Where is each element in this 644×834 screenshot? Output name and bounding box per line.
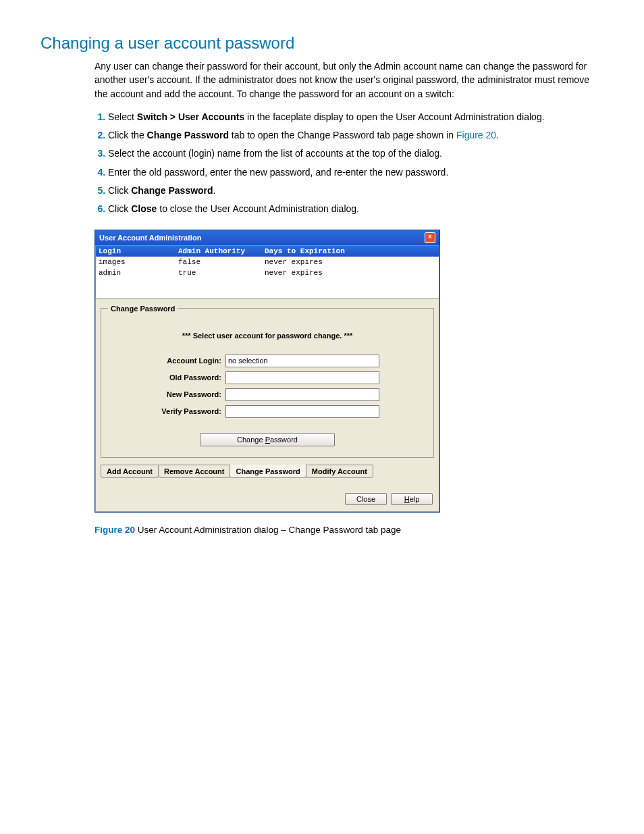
- figure-link[interactable]: Figure 20: [456, 130, 496, 140]
- step-text: in the faceplate display to open the Use…: [244, 111, 544, 122]
- dialog-titlebar: User Account Administration ×: [95, 230, 439, 245]
- dialog-footer: Close Help: [95, 484, 439, 512]
- table-row[interactable]: admin true never expires: [96, 267, 439, 278]
- tab-modify-account[interactable]: Modify Account: [306, 465, 373, 478]
- step-6: Click Close to close the User Account Ad…: [108, 202, 603, 215]
- tab-remove-account[interactable]: Remove Account: [158, 465, 230, 478]
- cell-exp: never expires: [262, 257, 375, 267]
- step-2: Click the Change Password tab to open th…: [108, 128, 603, 142]
- panel-hint: *** Select user account for password cha…: [108, 332, 427, 340]
- btn-text: elp: [410, 495, 420, 503]
- btn-text: Change: [237, 436, 265, 444]
- btn-text: assword: [270, 436, 298, 444]
- table-header: Login Admin Authority Days to Expiration: [96, 246, 439, 257]
- step-3: Select the account (login) name from the…: [108, 147, 603, 160]
- step-text: tab to open the Change Password tab page…: [229, 130, 456, 140]
- col-days-expiration: Days to Expiration: [262, 246, 375, 257]
- table-row[interactable]: images false never expires: [96, 257, 439, 267]
- step-text: .: [496, 130, 499, 140]
- step-bold: Switch > User Accounts: [137, 111, 244, 122]
- dialog-title: User Account Administration: [99, 234, 201, 242]
- account-login-field[interactable]: no selection: [225, 355, 379, 367]
- step-text: .: [213, 185, 216, 196]
- col-admin-authority: Admin Authority: [176, 246, 262, 257]
- help-button[interactable]: Help: [391, 493, 433, 505]
- cell-login: images: [96, 257, 176, 267]
- close-icon[interactable]: ×: [425, 232, 435, 243]
- verify-password-label: Verify Password:: [149, 407, 225, 415]
- cell-auth: true: [176, 267, 262, 278]
- verify-password-field[interactable]: [225, 405, 379, 418]
- step-5: Click Change Password.: [108, 184, 603, 197]
- user-account-admin-dialog: User Account Administration × Login Admi…: [95, 230, 440, 513]
- step-1: Select Switch > User Accounts in the fac…: [108, 110, 603, 124]
- figure-caption-text: User Account Administration dialog – Cha…: [135, 525, 401, 535]
- accounts-table[interactable]: Login Admin Authority Days to Expiration…: [95, 245, 439, 299]
- change-password-panel: Change Password *** Select user account …: [101, 305, 434, 458]
- tab-change-password[interactable]: Change Password: [230, 465, 306, 478]
- step-bold: Change Password: [131, 185, 213, 196]
- new-password-field[interactable]: [225, 388, 379, 401]
- steps-list: Select Switch > User Accounts in the fac…: [95, 110, 603, 216]
- intro-paragraph: Any user can change their password for t…: [95, 59, 603, 101]
- cell-login: admin: [96, 267, 176, 278]
- step-text: Click: [108, 185, 131, 196]
- section-heading: Changing a user account password: [41, 34, 603, 53]
- tabs-row: Add Account Remove Account Change Passwo…: [101, 465, 434, 478]
- step-text: Click the: [108, 130, 147, 140]
- new-password-label: New Password:: [149, 390, 225, 398]
- old-password-field[interactable]: [225, 371, 379, 384]
- figure-number: Figure 20: [95, 525, 135, 535]
- cell-auth: false: [176, 257, 262, 267]
- figure-caption: Figure 20 User Account Administration di…: [95, 525, 603, 535]
- panel-legend: Change Password: [108, 305, 178, 313]
- close-button[interactable]: Close: [345, 493, 387, 505]
- btn-mnemonic: H: [404, 495, 410, 503]
- step-4: Enter the old password, enter the new pa…: [108, 165, 603, 179]
- btn-mnemonic: P: [265, 436, 270, 444]
- account-login-label: Account Login:: [149, 357, 225, 365]
- step-bold: Close: [131, 203, 157, 214]
- cell-exp: never expires: [262, 267, 375, 278]
- tab-add-account[interactable]: Add Account: [101, 465, 159, 478]
- old-password-label: Old Password:: [149, 373, 225, 382]
- col-login: Login: [96, 246, 176, 257]
- change-password-button[interactable]: Change Password: [200, 433, 335, 446]
- step-text: Select: [108, 111, 137, 122]
- step-text: to close the User Account Administration…: [157, 203, 359, 214]
- step-text: Click: [108, 203, 131, 214]
- step-bold: Change Password: [147, 130, 229, 140]
